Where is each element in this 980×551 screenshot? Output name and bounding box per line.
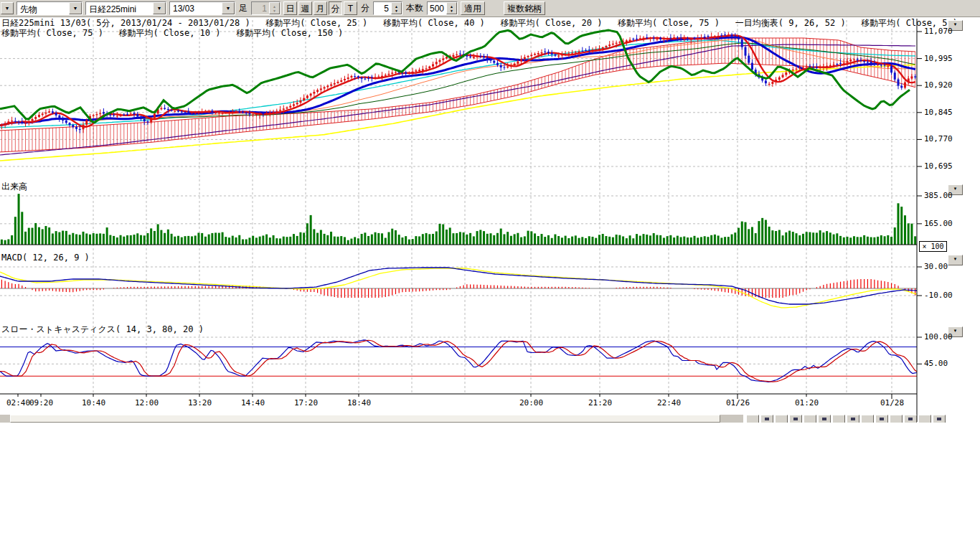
- contract-combobox[interactable]: 13/03 ▼: [169, 1, 235, 15]
- time-tick-label: 01/26: [726, 399, 750, 408]
- time-tick-label: 10:40: [82, 399, 105, 408]
- chart-area: 日経225mini 13/03( 5分, 2013/01/24 - 2013/0…: [0, 17, 980, 551]
- axis-tick-label: 30.00: [924, 263, 948, 271]
- time-tick-label: 22:40: [657, 399, 681, 408]
- bottom-button[interactable]: [804, 415, 816, 423]
- time-tick-label: 01:20: [795, 399, 819, 408]
- volume-pane-label: 出来高: [1, 182, 27, 192]
- axis-tick-label: 165.00: [924, 220, 953, 228]
- ashi-spinner: 1 ▲▼: [251, 1, 281, 15]
- scrollbar-thumb[interactable]: [10, 415, 720, 423]
- time-tick-label: 17:20: [294, 399, 318, 408]
- macd-scale-dropdown-icon[interactable]: ▼: [948, 255, 963, 265]
- chevron-down-icon[interactable]: ▼: [69, 2, 82, 14]
- axis-tick-label: -10.00: [924, 291, 953, 300]
- chevron-down-icon[interactable]: ▼: [222, 2, 235, 14]
- axis-tick-label: 11,070: [924, 27, 953, 36]
- stub-combo-arrow-icon[interactable]: ▼: [1, 2, 14, 14]
- axis-tick-label: 45.00: [924, 359, 948, 368]
- bottom-button[interactable]: [918, 415, 931, 423]
- time-tick-label: 12:00: [135, 399, 159, 408]
- bottom-button[interactable]: [861, 415, 874, 423]
- axis-tick-label: 10,995: [924, 55, 953, 63]
- ashi-spinner-value: 1: [252, 2, 269, 14]
- market-combobox-value: 先物: [17, 2, 69, 14]
- time-tick-label: 21:20: [588, 399, 612, 408]
- bottom-button[interactable]: [832, 415, 845, 423]
- axis-tick-label: 10,770: [924, 135, 953, 143]
- bottom-button[interactable]: [847, 415, 859, 423]
- bottom-button[interactable]: [904, 415, 917, 423]
- bottom-button[interactable]: [890, 415, 903, 423]
- chevron-down-icon[interactable]: ▼: [153, 2, 166, 14]
- symbol-combobox-value: 日経225mini: [86, 2, 153, 14]
- time-tick-label: 13:20: [188, 399, 212, 408]
- axis-tick-label: 10,695: [924, 162, 953, 171]
- axis-tick-label: 10,920: [924, 81, 953, 90]
- minute-spinner-value: 5: [374, 2, 391, 14]
- contract-combobox-value: 13/03: [170, 2, 222, 14]
- stoch-pane-label: スロー・ストキャスティクス( 14, 3, 80, 20 ): [1, 325, 204, 334]
- bottom-button[interactable]: [875, 415, 888, 423]
- period-button-週[interactable]: 週: [298, 1, 312, 15]
- multi-symbol-button[interactable]: 複数銘柄: [504, 1, 545, 15]
- market-combobox[interactable]: 先物 ▼: [17, 1, 83, 15]
- ashi-label: 足: [238, 2, 248, 14]
- bottom-button[interactable]: [933, 415, 946, 423]
- bottom-button[interactable]: [746, 415, 759, 423]
- horizontal-scrollbar[interactable]: [0, 415, 743, 423]
- spinner-arrows-icon[interactable]: ▲▼: [446, 2, 457, 14]
- count-spinner-value: 500: [428, 2, 446, 14]
- bottom-button[interactable]: [789, 415, 802, 423]
- apply-button[interactable]: 適用: [461, 1, 485, 15]
- axis-tick-label: 100.00: [924, 333, 953, 342]
- macd-pane-label: MACD( 12, 26, 9 ): [1, 253, 90, 263]
- legend-line2: 移動平均( Close, 75 ) 移動平均( Close, 10 ) 移動平均…: [1, 29, 343, 38]
- spinner-arrows-icon[interactable]: ▲▼: [391, 2, 402, 14]
- minute-spinner[interactable]: 5 ▲▼: [373, 1, 402, 15]
- axis-tick-label: 10,845: [924, 108, 953, 117]
- axis-tick-label: 385.00: [924, 192, 953, 200]
- volume-multiplier-badge: × 100: [919, 241, 947, 252]
- count-label: 本数: [405, 2, 424, 14]
- bottom-button-row: [746, 415, 946, 423]
- time-tick-label: 20:00: [519, 399, 543, 408]
- bottom-button[interactable]: [818, 415, 831, 423]
- time-tick-label: 18:40: [347, 399, 371, 408]
- chart-canvas: [0, 17, 980, 551]
- time-tick-label: 09:20: [29, 399, 53, 408]
- time-tick-label: 02:40: [6, 399, 30, 408]
- period-button-group: 日週月分T: [283, 1, 357, 15]
- period-button-T[interactable]: T: [344, 1, 357, 15]
- minute-label: 分: [360, 2, 370, 14]
- symbol-combobox[interactable]: 日経225mini ▼: [85, 1, 166, 15]
- count-spinner[interactable]: 500 ▲▼: [427, 1, 458, 15]
- period-button-日[interactable]: 日: [283, 1, 297, 15]
- period-button-分[interactable]: 分: [329, 1, 342, 15]
- bottom-button[interactable]: [775, 415, 788, 423]
- period-button-月[interactable]: 月: [314, 1, 327, 15]
- legend-line1: 日経225mini 13/03( 5分, 2013/01/24 - 2013/0…: [1, 19, 958, 28]
- time-tick-label: 14:40: [241, 399, 265, 408]
- bottom-button[interactable]: [760, 415, 773, 423]
- spinner-arrows-icon[interactable]: ▲▼: [269, 2, 280, 14]
- toolbar: ▼ 先物 ▼ 日経225mini ▼ 13/03 ▼ 足 1 ▲▼ 日週月分T …: [0, 0, 980, 17]
- time-tick-label: 01/28: [880, 399, 904, 408]
